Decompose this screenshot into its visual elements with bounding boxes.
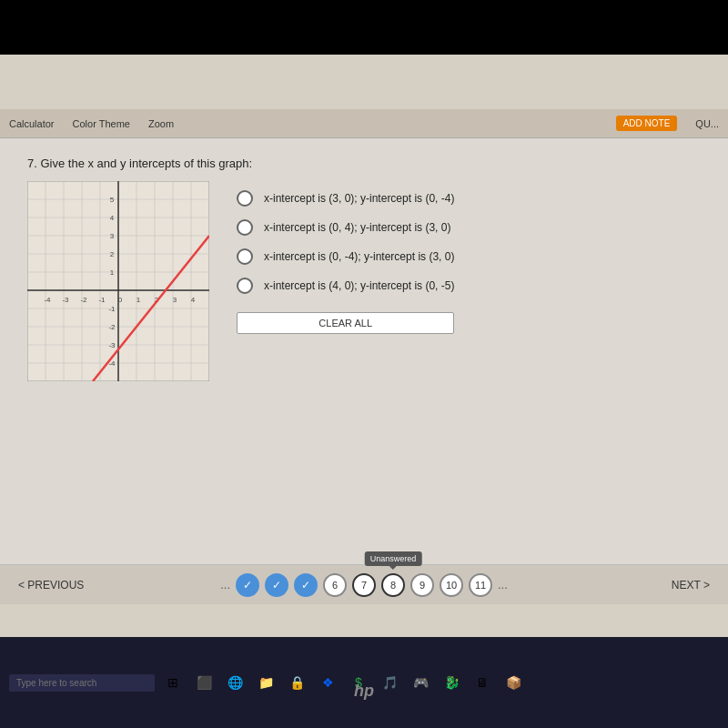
option-a-radio[interactable] [237,190,253,207]
next-button[interactable]: NEXT > [672,579,710,592]
add-note-button[interactable]: ADD NOTE [616,116,678,131]
zoom-tab[interactable]: Zoom [148,118,174,129]
option-b-row[interactable]: x-intercept is (0, 4); y-intercept is (3… [237,219,454,236]
svg-text:3: 3 [173,296,177,304]
nav-item-8[interactable]: Unanswered 8 [381,573,405,597]
nav-bar: < PREVIOUS ... 3 4 5 6 7 Unanswered 8 9 … [0,564,728,604]
svg-text:-1: -1 [108,305,116,313]
svg-text:5: 5 [110,196,115,204]
svg-text:1: 1 [136,296,141,304]
option-d-text: x-intercept is (4, 0); y-intercept is (0… [264,279,454,292]
option-c-text: x-intercept is (0, -4); y-intercept is (… [264,250,454,263]
taskbar-dragon-icon[interactable]: 🐉 [439,670,464,695]
taskbar-dropbox-icon[interactable]: ❖ [315,670,340,695]
graph-container: -4 -3 -2 -1 0 1 2 3 4 5 4 3 2 1 -1 -2 [27,181,209,381]
taskbar-search-input[interactable] [9,674,155,692]
nav-item-11[interactable]: 11 [469,573,492,597]
svg-text:1: 1 [110,268,115,277]
screen: Calculator Color Theme Zoom ADD NOTE QU.… [0,55,728,637]
taskbar-music-icon[interactable]: 🎵 [377,670,402,695]
taskbar-box-icon[interactable]: 📦 [500,670,526,695]
svg-text:-1: -1 [98,296,106,304]
hp-logo: hp [354,682,374,701]
option-d-row[interactable]: x-intercept is (4, 0); y-intercept is (0… [237,278,454,294]
clear-all-button[interactable]: CLEAR ALL [237,312,454,334]
option-c-radio[interactable] [237,248,253,265]
taskbar-windows-icon[interactable]: ⊞ [160,670,186,695]
nav-item-9[interactable]: 9 [410,573,434,597]
coordinate-graph: -4 -3 -2 -1 0 1 2 3 4 5 4 3 2 1 -1 -2 [27,181,209,381]
svg-text:2: 2 [110,250,115,258]
taskbar-folder-icon[interactable]: 📁 [253,670,278,695]
options-panel: x-intercept is (3, 0); y-intercept is (0… [237,190,454,294]
calculator-tab[interactable]: Calculator [9,118,55,129]
quiz-label: QU... [695,118,719,129]
options-section: x-intercept is (3, 0); y-intercept is (0… [237,181,454,334]
svg-text:-4: -4 [44,296,51,304]
svg-text:4: 4 [191,296,196,304]
option-b-radio[interactable] [237,219,253,236]
svg-text:-3: -3 [62,296,69,304]
svg-text:-3: -3 [108,341,116,349]
option-c-row[interactable]: x-intercept is (0, -4); y-intercept is (… [237,248,454,265]
svg-text:-2: -2 [80,296,87,304]
nav-item-10[interactable]: 10 [440,573,463,597]
option-d-radio[interactable] [237,278,253,294]
nav-item-6[interactable]: 6 [323,573,347,597]
color-theme-tab[interactable]: Color Theme [73,118,130,129]
nav-item-5[interactable]: 5 [294,573,318,597]
question-body: -4 -3 -2 -1 0 1 2 3 4 5 4 3 2 1 -1 -2 [27,181,701,381]
question-label: 7. Give the x and y intercepts of this g… [27,157,701,170]
option-a-row[interactable]: x-intercept is (3, 0); y-intercept is (0… [237,190,454,207]
previous-button[interactable]: < PREVIOUS [18,579,84,592]
taskbar-grid-icon[interactable]: ⬛ [191,670,217,695]
taskbar-edge-icon[interactable]: 🌐 [222,670,248,695]
taskbar-game-icon[interactable]: 🎮 [408,670,433,695]
nav-item-4[interactable]: 4 [265,573,288,597]
svg-text:3: 3 [110,232,115,240]
nav-item-7[interactable]: 7 [352,573,376,597]
taskbar-lock-icon[interactable]: 🔒 [284,670,309,695]
top-bar: Calculator Color Theme Zoom ADD NOTE QU.… [0,109,728,138]
svg-text:0: 0 [118,296,123,304]
taskbar: ⊞ ⬛ 🌐 📁 🔒 ❖ $ 🎵 🎮 🐉 🖥 📦 hp [0,637,728,728]
content-area: 7. Give the x and y intercepts of this g… [0,138,728,584]
option-b-text: x-intercept is (0, 4); y-intercept is (3… [264,221,450,234]
svg-text:4: 4 [110,214,115,222]
nav-dots-right: ... [498,578,508,592]
svg-text:-2: -2 [108,323,116,331]
option-a-text: x-intercept is (3, 0); y-intercept is (0… [264,192,454,205]
taskbar-monitor-icon[interactable]: 🖥 [470,670,495,695]
nav-item-3[interactable]: 3 [236,573,259,597]
nav-dots-left: ... [220,578,230,592]
